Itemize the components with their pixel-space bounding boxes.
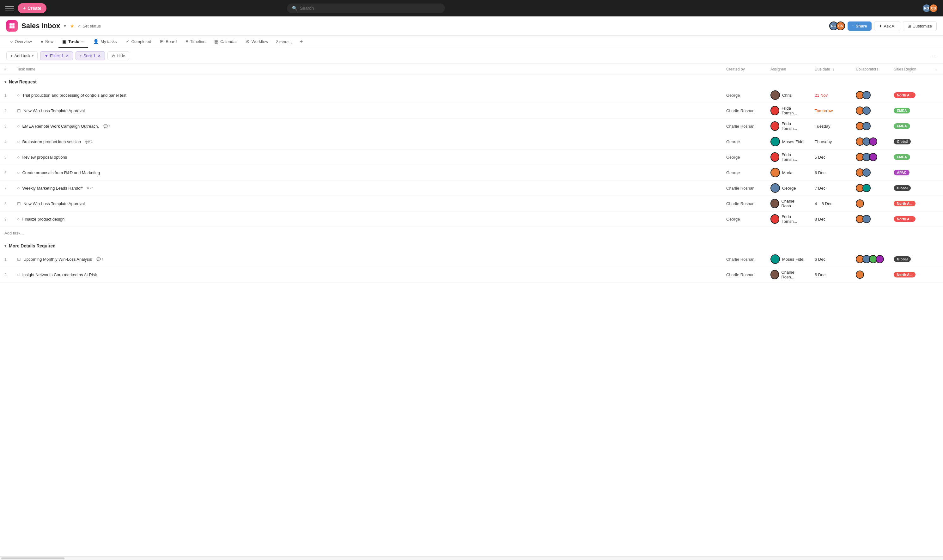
task-cell[interactable]: ○Insight Networks Corp marked as At Risk xyxy=(17,272,717,277)
task-cell[interactable]: ○Create proposals from R&D and Marketing xyxy=(17,170,717,175)
row-number: 1 xyxy=(5,257,7,262)
project-icon xyxy=(6,20,18,32)
region-cell: North A... xyxy=(889,88,931,103)
section-header[interactable]: ▾New Request xyxy=(5,79,938,85)
assignee-name: Frida Tomsh... xyxy=(781,122,806,131)
due-date: 21 Nov xyxy=(815,93,828,98)
task-name: Create proposals from R&D and Marketing xyxy=(22,170,100,175)
filter-button[interactable]: ▼ Filter: 1 ✕ xyxy=(40,51,73,60)
col-sales-region[interactable]: Sales Region xyxy=(889,64,931,75)
hamburger-menu[interactable] xyxy=(5,4,14,12)
region-cell: Global xyxy=(889,252,931,267)
due-date: Tuesday xyxy=(815,124,830,129)
add-task-button[interactable]: + Add task ▾ xyxy=(6,51,38,60)
task-cell[interactable]: ○Finalize product design xyxy=(17,217,717,222)
star-icon[interactable]: ★ xyxy=(70,23,74,29)
collaborators-cell xyxy=(856,168,885,177)
sort-clear-icon[interactable]: ✕ xyxy=(98,54,101,58)
assignee-name: Charlie Rosh... xyxy=(781,199,806,208)
col-task-name[interactable]: Task name xyxy=(12,64,722,75)
collaborators-cell xyxy=(856,271,885,279)
table-row: 8⊡New Win-Loss Template ApprovalCharlie … xyxy=(0,196,943,211)
task-cell[interactable]: ⊡Upcoming Monthly Win-Loss Analysis💬1 xyxy=(17,257,717,262)
horizontal-scrollbar[interactable] xyxy=(0,556,943,560)
assignee-cell: Moses Fidel xyxy=(771,137,806,146)
tab-board[interactable]: ⊞ Board xyxy=(156,36,180,48)
search-input[interactable] xyxy=(300,6,440,11)
hide-button[interactable]: ⊘ Hide xyxy=(108,51,129,60)
table-row: 4○Brainstorm product idea session💬1Georg… xyxy=(0,134,943,149)
created-by-cell: Charlie Roshan xyxy=(722,196,766,211)
topbar: + Create 🔍 RG CS xyxy=(0,0,943,17)
tab-todo[interactable]: ▣ To-do ··· xyxy=(58,36,88,48)
sort-button[interactable]: ↕ Sort: 1 ✕ xyxy=(75,51,105,60)
task-circle-icon: ○ xyxy=(17,217,20,222)
section-header[interactable]: ▾More Details Required xyxy=(5,243,938,248)
hide-icon: ⊘ xyxy=(112,54,115,58)
col-due-date[interactable]: Due date ↑↓ xyxy=(810,64,851,75)
section-title: More Details Required xyxy=(9,243,55,248)
created-by-cell: George xyxy=(722,149,766,165)
avatar xyxy=(771,152,779,162)
created-by-cell: George xyxy=(722,134,766,149)
create-button[interactable]: + Create xyxy=(18,3,46,13)
share-button[interactable]: ↑ Share xyxy=(848,22,872,31)
region-cell: EMEA xyxy=(889,118,931,134)
tab-new[interactable]: ● New xyxy=(37,36,57,48)
assignee-cell: Charlie Rosh... xyxy=(771,270,806,279)
task-cell[interactable]: ○Brainstorm product idea session💬1 xyxy=(17,139,717,144)
due-date: Thursday xyxy=(815,139,832,144)
scrollbar-thumb[interactable] xyxy=(1,557,65,559)
created-by-cell: George xyxy=(722,211,766,227)
sort-indicator: ↑↓ xyxy=(831,68,834,71)
share-icon: ↑ xyxy=(852,24,854,28)
svg-rect-1 xyxy=(12,23,15,26)
task-cell[interactable]: ○EMEA Remote Work Campaign Outreach.💬1 xyxy=(17,123,717,129)
row-number: 1 xyxy=(5,93,7,98)
tab-mytasks[interactable]: 👤 My tasks xyxy=(89,36,120,48)
set-status-button[interactable]: ○ Set status xyxy=(78,24,101,28)
task-cell[interactable]: ○Weekly Marketing Leads Handoff8↩ xyxy=(17,186,717,191)
col-assignee[interactable]: Assignee xyxy=(766,64,810,75)
due-date: 4 – 8 Dec xyxy=(815,201,832,206)
section-header-row: ▾More Details Required xyxy=(0,239,943,252)
workflow-icon: ⊛ xyxy=(246,39,250,44)
circle-icon: ○ xyxy=(78,24,81,28)
assignee-cell: Frida Tomsh... xyxy=(771,106,806,115)
section-chevron: ▾ xyxy=(5,244,6,248)
assignee-cell: Frida Tomsh... xyxy=(771,214,806,224)
search-bar[interactable]: 🔍 xyxy=(287,3,445,13)
section-title: New Request xyxy=(9,79,37,85)
due-date: 6 Dec xyxy=(815,170,825,175)
table-row: 9○Finalize product designGeorgeFrida Tom… xyxy=(0,211,943,227)
task-cell[interactable]: ○Review proposal options xyxy=(17,155,717,160)
tab-overview[interactable]: ○ Overview xyxy=(6,36,36,48)
add-tab-button[interactable]: + xyxy=(297,36,306,48)
chevron-down-icon[interactable]: ▾ xyxy=(64,23,66,28)
tab-options-icon[interactable]: ··· xyxy=(81,39,85,44)
tab-workflow[interactable]: ⊛ Workflow xyxy=(242,36,272,48)
more-tabs-button[interactable]: 2 more... xyxy=(273,37,295,47)
task-name: New Win-Loss Template Approval xyxy=(23,108,85,113)
table-row: 2⊡New Win-Loss Template ApprovalCharlie … xyxy=(0,103,943,118)
toolbar-more-button[interactable]: ··· xyxy=(932,52,937,59)
customize-button[interactable]: ⊞ Customize xyxy=(903,21,937,31)
tab-calendar[interactable]: ▦ Calendar xyxy=(211,36,241,48)
col-collaborators[interactable]: Collaborators xyxy=(851,64,889,75)
tab-completed[interactable]: ✓ Completed xyxy=(122,36,155,48)
tab-timeline[interactable]: ≡ Timeline xyxy=(182,36,209,48)
add-task-link[interactable]: Add task... xyxy=(5,231,24,235)
assignee-name: Moses Fidel xyxy=(782,257,804,262)
section-header-row: ▾New Request xyxy=(0,75,943,88)
nav-tabs: ○ Overview ● New ▣ To-do ··· 👤 My tasks … xyxy=(0,36,943,48)
due-date: 7 Dec xyxy=(815,186,825,191)
table-row: 5○Review proposal optionsGeorgeFrida Tom… xyxy=(0,149,943,165)
collaborators-cell xyxy=(856,153,885,161)
ask-ai-button[interactable]: ✦ Ask AI xyxy=(874,21,900,31)
col-created-by[interactable]: Created by xyxy=(722,64,766,75)
task-cell[interactable]: ⊡New Win-Loss Template Approval xyxy=(17,108,717,113)
filter-clear-icon[interactable]: ✕ xyxy=(66,54,69,58)
task-cell[interactable]: ⊡New Win-Loss Template Approval xyxy=(17,201,717,206)
task-cell[interactable]: ○Trial production and processing of cont… xyxy=(17,92,717,98)
add-column-button[interactable]: + xyxy=(931,64,943,75)
